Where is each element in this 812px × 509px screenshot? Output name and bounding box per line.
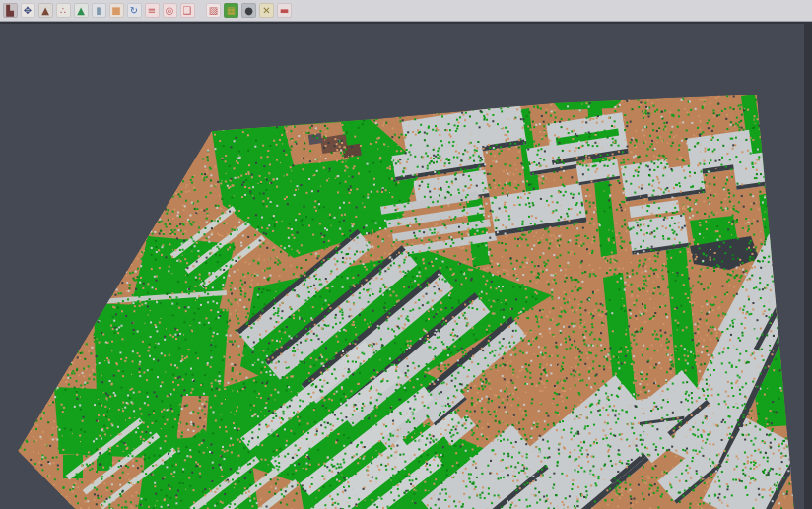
- dem-icon[interactable]: ▲: [74, 3, 89, 18]
- delete-tool-icon[interactable]: ▬: [277, 3, 292, 18]
- toolbar-icon-group: ▙✥▲∴▲▮■↻≡◎❑▨▦●✕▬: [0, 0, 294, 21]
- update-globe-icon[interactable]: ↻: [127, 3, 142, 18]
- column-view-icon[interactable]: ▮: [92, 3, 106, 18]
- toolbar: ▙✥▲∴▲▮■↻≡◎❑▨▦●✕▬: [0, 0, 812, 22]
- edit-region-icon[interactable]: ▨: [206, 3, 221, 18]
- target-circle-icon[interactable]: ◎: [163, 3, 177, 18]
- navigation-icon[interactable]: ✥: [21, 3, 35, 18]
- region-brackets-icon[interactable]: ❑: [180, 3, 195, 18]
- point-cloud-3d-viewport[interactable]: [0, 0, 812, 509]
- orthophoto-icon[interactable]: ■: [109, 3, 124, 18]
- point-cloud-icon[interactable]: ∴: [56, 3, 71, 18]
- open-project-icon[interactable]: ▙: [3, 3, 18, 18]
- application-window: ▙✥▲∴▲▮■↻≡◎❑▨▦●✕▬: [0, 0, 812, 509]
- classification-colors-icon[interactable]: ▦: [224, 3, 238, 18]
- camera-icon[interactable]: ●: [241, 3, 256, 18]
- list-rows-icon[interactable]: ≡: [145, 3, 160, 18]
- terrain-mound-icon[interactable]: ▲: [38, 3, 53, 18]
- ruler-cross-icon[interactable]: ✕: [259, 3, 274, 18]
